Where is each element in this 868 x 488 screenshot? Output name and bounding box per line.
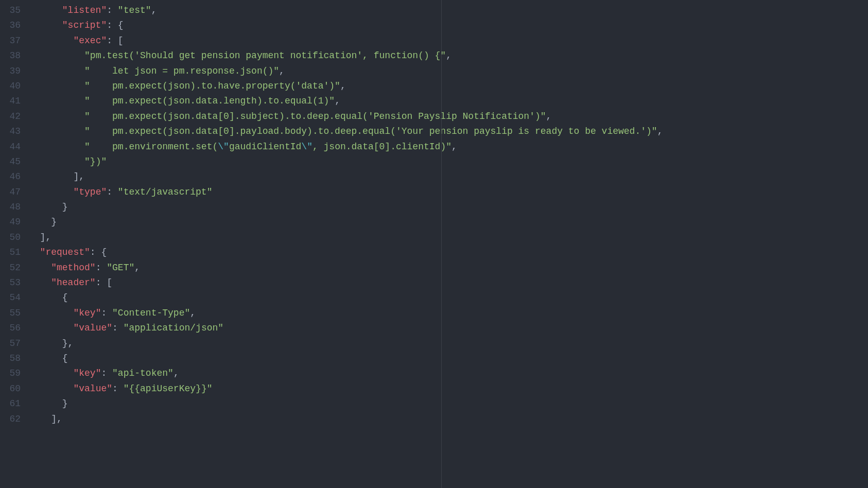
line-number: 41 [0, 94, 21, 109]
code-line[interactable]: "listen": "test", [29, 3, 868, 18]
code-line[interactable]: "method": "GET", [29, 260, 868, 275]
line-number: 37 [0, 33, 21, 48]
line-number: 35 [0, 3, 21, 18]
line-number: 44 [0, 140, 21, 154]
line-number: 45 [0, 154, 21, 169]
code-line[interactable]: "value": "{{apiUserKey}}" [29, 381, 868, 396]
code-line[interactable]: " pm.environment.set(\"gaudiClientId\", … [29, 140, 868, 154]
line-number: 40 [0, 79, 21, 94]
code-line[interactable]: "})" [29, 154, 868, 169]
line-number: 43 [0, 124, 21, 139]
code-line[interactable]: "header": [ [29, 275, 868, 290]
line-number: 36 [0, 18, 21, 33]
line-number: 58 [0, 351, 21, 366]
line-number: 62 [0, 412, 21, 427]
code-line[interactable]: }, [29, 336, 868, 351]
code-line[interactable]: " pm.expect(json.data.length).to.equal(1… [29, 94, 868, 109]
code-line[interactable]: " pm.expect(json.data[0].payload.body).t… [29, 124, 868, 139]
line-number: 46 [0, 169, 21, 184]
line-number: 60 [0, 381, 21, 396]
code-line[interactable]: "pm.test('Should get pension payment not… [29, 48, 868, 63]
line-number: 53 [0, 275, 21, 290]
line-number: 39 [0, 64, 21, 79]
code-line[interactable]: "key": "Content-Type", [29, 306, 868, 321]
line-number: 42 [0, 109, 21, 124]
code-line[interactable]: " let json = pm.response.json()", [29, 64, 868, 79]
code-line[interactable]: "script": { [29, 18, 868, 33]
line-number: 38 [0, 48, 21, 63]
code-line[interactable]: { [29, 290, 868, 305]
code-line[interactable]: } [29, 215, 868, 230]
code-line[interactable]: ], [29, 230, 868, 245]
code-line[interactable]: " pm.expect(json).to.have.property('data… [29, 79, 868, 94]
line-number: 54 [0, 290, 21, 305]
code-line[interactable]: "exec": [ [29, 33, 868, 48]
code-line[interactable]: } [29, 200, 868, 215]
code-line[interactable]: { [29, 351, 868, 366]
code-line[interactable]: "request": { [29, 245, 868, 260]
line-number: 61 [0, 396, 21, 411]
line-number: 47 [0, 185, 21, 200]
code-line[interactable]: "key": "api-token", [29, 366, 868, 381]
line-number: 48 [0, 200, 21, 215]
code-line[interactable]: ], [29, 169, 868, 184]
code-line[interactable]: } [29, 396, 868, 411]
code-line[interactable]: ], [29, 412, 868, 427]
line-number: 57 [0, 336, 21, 351]
line-number: 50 [0, 230, 21, 245]
code-line[interactable]: "type": "text/javascript" [29, 185, 868, 200]
line-number: 49 [0, 215, 21, 230]
line-number: 52 [0, 260, 21, 275]
line-number: 56 [0, 321, 21, 336]
line-number-gutter: 3536373839404142434445464748495051525354… [0, 0, 29, 488]
line-number: 51 [0, 245, 21, 260]
code-line[interactable]: "value": "application/json" [29, 321, 868, 336]
line-number: 59 [0, 366, 21, 381]
code-line[interactable]: " pm.expect(json.data[0].subject).to.dee… [29, 109, 868, 124]
code-editor[interactable]: 3536373839404142434445464748495051525354… [0, 0, 868, 488]
code-area[interactable]: "listen": "test", "script": { "exec": [ … [29, 0, 868, 488]
line-number: 55 [0, 306, 21, 321]
